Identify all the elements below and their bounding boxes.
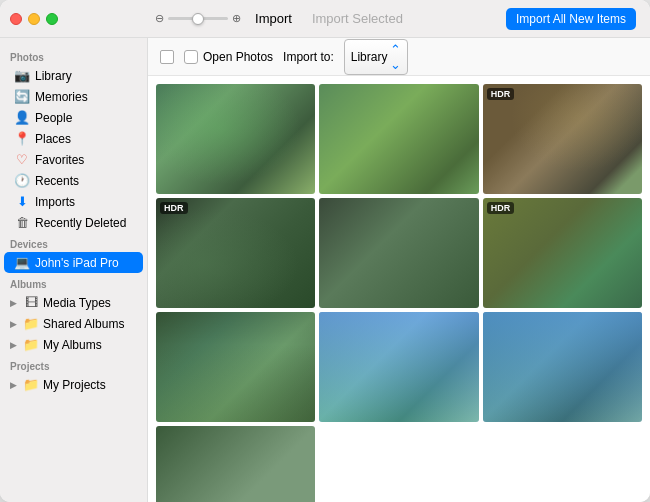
sidebar-item-label: Favorites: [35, 153, 84, 167]
sidebar-item-my-albums[interactable]: ▶ 📁 My Albums: [4, 334, 143, 355]
titlebar-right: Import All New Items: [506, 8, 636, 30]
select-chevron-icon: ⌃ ⌄: [390, 42, 401, 72]
main-window: ⊖ ⊕ Import Import Selected Import All Ne…: [0, 0, 650, 502]
sidebar-item-label: Places: [35, 132, 71, 146]
import-toolbar: Open Photos Import to: Library ⌃ ⌄: [148, 38, 650, 76]
photo-grid: HDR HDR HDR: [148, 76, 650, 502]
sidebar-item-favorites[interactable]: ♡ Favorites: [4, 149, 143, 170]
chevron-right-icon: ▶: [10, 298, 17, 308]
titlebar: ⊖ ⊕ Import Import Selected Import All Ne…: [0, 0, 650, 38]
sidebar-item-recents[interactable]: 🕐 Recents: [4, 170, 143, 191]
sidebar-item-recently-deleted[interactable]: 🗑 Recently Deleted: [4, 212, 143, 233]
sidebar-item-memories[interactable]: 🔄 Memories: [4, 86, 143, 107]
import-to-select[interactable]: Library ⌃ ⌄: [344, 39, 409, 75]
sidebar-item-shared-albums[interactable]: ▶ 📁 Shared Albums: [4, 313, 143, 334]
sidebar-item-label: Library: [35, 69, 72, 83]
chevron-right-icon: ▶: [10, 340, 17, 350]
open-photos-checkbox[interactable]: [184, 50, 198, 64]
import-selected-button: Import Selected: [306, 9, 409, 28]
sidebar-item-label: My Projects: [43, 378, 106, 392]
photo-cell[interactable]: [319, 312, 478, 422]
select-all-checkbox[interactable]: [160, 50, 174, 64]
device-name: John's iPad Pro: [35, 256, 119, 270]
photo-cell[interactable]: [319, 84, 478, 194]
shared-albums-icon: 📁: [23, 316, 39, 331]
people-icon: 👤: [14, 110, 30, 125]
library-icon: 📷: [14, 68, 30, 83]
chevron-right-icon: ▶: [10, 380, 17, 390]
memories-icon: 🔄: [14, 89, 30, 104]
zoom-out-icon: ⊖: [155, 12, 164, 25]
photo-cell[interactable]: [156, 84, 315, 194]
hdr-badge: HDR: [160, 202, 188, 214]
import-to-label: Import to:: [283, 50, 334, 64]
titlebar-center: ⊖ ⊕ Import Import Selected: [58, 9, 506, 28]
maximize-button[interactable]: [46, 13, 58, 25]
sidebar: Photos 📷 Library 🔄 Memories 👤 People 📍 P…: [0, 38, 148, 502]
sidebar-item-label: My Albums: [43, 338, 102, 352]
hdr-badge: HDR: [487, 88, 515, 100]
sidebar-item-label: Recently Deleted: [35, 216, 126, 230]
content-area: Open Photos Import to: Library ⌃ ⌄ HDR H…: [148, 38, 650, 502]
sidebar-item-label: People: [35, 111, 72, 125]
recents-icon: 🕐: [14, 173, 30, 188]
photo-cell[interactable]: HDR: [483, 84, 642, 194]
photo-cell[interactable]: HDR: [156, 198, 315, 308]
photos-section-label: Photos: [0, 46, 147, 65]
minimize-button[interactable]: [28, 13, 40, 25]
photo-cell[interactable]: [483, 312, 642, 422]
photo-cell[interactable]: [156, 312, 315, 422]
open-photos-check: Open Photos: [184, 50, 273, 64]
sidebar-item-places[interactable]: 📍 Places: [4, 128, 143, 149]
sidebar-item-label: Imports: [35, 195, 75, 209]
import-button[interactable]: Import: [249, 9, 298, 28]
sidebar-item-my-projects[interactable]: ▶ 📁 My Projects: [4, 374, 143, 395]
favorites-icon: ♡: [14, 152, 30, 167]
zoom-slider-track[interactable]: [168, 17, 228, 20]
devices-section-label: Devices: [0, 233, 147, 252]
albums-section-label: Albums: [0, 273, 147, 292]
projects-section-label: Projects: [0, 355, 147, 374]
import-to-value: Library: [351, 50, 388, 64]
sidebar-item-label: Memories: [35, 90, 88, 104]
my-projects-icon: 📁: [23, 377, 39, 392]
sidebar-item-library[interactable]: 📷 Library: [4, 65, 143, 86]
hdr-badge: HDR: [487, 202, 515, 214]
open-photos-label: Open Photos: [203, 50, 273, 64]
ipad-icon: 💻: [14, 255, 30, 270]
sidebar-item-label: Media Types: [43, 296, 111, 310]
sidebar-item-ipad[interactable]: 💻 John's iPad Pro: [4, 252, 143, 273]
my-albums-icon: 📁: [23, 337, 39, 352]
zoom-slider-container: ⊖ ⊕: [155, 12, 241, 25]
sidebar-item-label: Recents: [35, 174, 79, 188]
places-icon: 📍: [14, 131, 30, 146]
photo-cell[interactable]: [319, 198, 478, 308]
imports-icon: ⬇: [14, 194, 30, 209]
zoom-slider-thumb[interactable]: [192, 13, 204, 25]
photo-cell[interactable]: [156, 426, 315, 502]
sidebar-item-people[interactable]: 👤 People: [4, 107, 143, 128]
media-types-icon: 🎞: [23, 295, 39, 310]
traffic-lights: [10, 13, 58, 25]
sidebar-item-media-types[interactable]: ▶ 🎞 Media Types: [4, 292, 143, 313]
zoom-in-icon: ⊕: [232, 12, 241, 25]
sidebar-item-imports[interactable]: ⬇ Imports: [4, 191, 143, 212]
chevron-right-icon: ▶: [10, 319, 17, 329]
main-content: Photos 📷 Library 🔄 Memories 👤 People 📍 P…: [0, 38, 650, 502]
sidebar-item-label: Shared Albums: [43, 317, 124, 331]
recently-deleted-icon: 🗑: [14, 215, 30, 230]
close-button[interactable]: [10, 13, 22, 25]
photo-cell[interactable]: HDR: [483, 198, 642, 308]
import-all-button[interactable]: Import All New Items: [506, 8, 636, 30]
